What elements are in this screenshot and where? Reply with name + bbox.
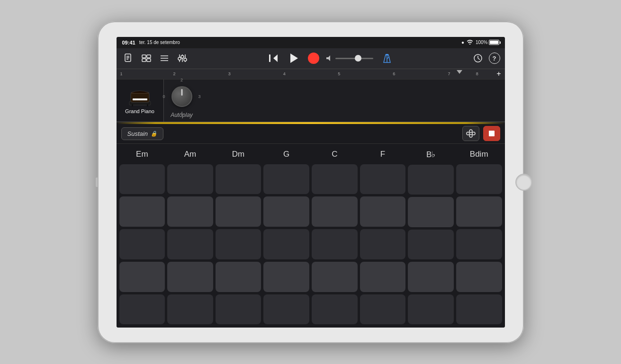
svg-rect-29 [131,93,149,102]
chord-pad-2-2[interactable] [216,229,261,259]
chord-pad-4-1[interactable] [312,196,358,227]
metronome-button[interactable] [380,51,394,65]
chord-pad-5-0[interactable] [360,164,406,195]
chord-pad-1-3[interactable] [167,262,213,292]
chord-pad-2-3[interactable] [216,262,261,292]
mixer-button[interactable] [175,51,189,65]
screen: 09:41 ter. 15 de setembro ● 100% [117,37,505,328]
chord-pad-6-0[interactable] [408,165,454,195]
help-button[interactable]: ? [489,53,500,64]
chord-pad-3-4[interactable] [263,294,309,325]
rewind-button[interactable] [266,51,280,65]
chord-pad-0-3[interactable] [119,262,165,292]
volume-track[interactable] [335,58,373,59]
chord-pad-3-0[interactable] [263,164,309,195]
svg-rect-45 [489,131,495,136]
chord-pad-7-4[interactable] [456,294,502,325]
chord-pad-7-1[interactable] [456,196,502,227]
help-label: ? [493,55,496,62]
toolbar-left [121,51,189,65]
chord-pad-4-0[interactable] [312,164,358,195]
chord-pad-3-1[interactable] [263,196,309,227]
volume-slider[interactable] [326,55,373,62]
chord-name-5: F [360,147,406,162]
svg-rect-7 [147,59,151,62]
record-button[interactable] [308,53,319,64]
knob-label-bottom: 4 [180,111,183,115]
volume-thumb[interactable] [355,55,361,62]
chord-pad-4-3[interactable] [312,262,358,292]
chord-pad-7-0[interactable] [456,164,502,195]
lock-icon: 🔒 [151,131,157,137]
chord-pad-5-2[interactable] [360,229,406,259]
new-song-button[interactable] [121,51,135,65]
chord-pad-1-0[interactable] [167,164,213,195]
chord-pad-0-4[interactable] [119,294,165,325]
autoplay-knob[interactable] [171,86,192,107]
chord-column-5: F [360,147,406,325]
chord-pad-1-1[interactable] [167,196,213,227]
chord-pad-2-1[interactable] [216,196,261,227]
chord-pad-3-3[interactable] [263,262,309,292]
chord-pad-1-2[interactable] [167,229,213,259]
chord-pad-0-1[interactable] [119,196,165,227]
grid-view-button[interactable] [139,51,153,65]
stop-button[interactable] [483,126,500,141]
knob-label-right: 3 [198,94,200,99]
chord-grid: EmAmDmGCFB♭Bdim [117,144,505,328]
svg-marker-19 [290,53,298,63]
chord-pad-0-2[interactable] [119,229,165,259]
chord-column-6: B♭ [408,147,454,325]
track-header[interactable]: Grand Piano [117,80,164,122]
chord-view-button[interactable] [462,126,479,141]
svg-point-14 [178,57,181,60]
controls-right [462,126,500,141]
chord-pad-7-2[interactable] [456,229,502,259]
toolbar-center [193,51,467,65]
status-date: ter. 15 de setembro [139,40,180,45]
chord-pad-6-3[interactable] [408,262,454,292]
list-view-button[interactable] [157,51,171,65]
svg-rect-31 [132,104,133,107]
chord-pad-5-4[interactable] [360,294,406,325]
chord-pad-6-2[interactable] [408,230,454,260]
track-name: Grand Piano [125,108,154,114]
chord-pad-5-1[interactable] [360,196,406,227]
chord-pad-4-2[interactable] [312,229,358,259]
chord-pad-7-3[interactable] [456,262,502,292]
play-button[interactable] [287,51,301,65]
status-icons: ● 100% [461,39,499,45]
sustain-label: Sustain [127,130,148,137]
clock-button[interactable] [471,51,485,65]
chord-pad-2-0[interactable] [216,164,261,195]
add-track-button[interactable]: + [496,70,501,78]
battery-pct: 100% [476,40,488,45]
chord-pad-6-1[interactable] [408,197,454,227]
sustain-button[interactable]: Sustain 🔒 [121,127,163,140]
svg-rect-4 [142,55,146,58]
svg-rect-24 [386,54,388,55]
svg-point-42 [469,130,472,133]
chord-pad-1-4[interactable] [167,294,213,325]
chord-name-7: Bdim [456,147,502,162]
chord-name-3: G [263,147,309,162]
knob-container: 2 3 4 0 [168,82,196,111]
chord-pad-5-3[interactable] [360,262,406,292]
ruler-5: 5 [338,71,340,76]
chord-pad-4-4[interactable] [312,294,358,325]
chord-pad-0-0[interactable] [119,164,165,195]
track-content: 2 3 4 0 Autoplay [164,80,505,122]
chord-pad-3-2[interactable] [263,229,309,259]
toolbar: ? [117,48,505,69]
svg-line-27 [478,58,480,60]
chord-pad-2-4[interactable] [216,294,261,325]
ipad-side-button[interactable] [96,178,98,187]
svg-rect-5 [147,55,151,58]
knob-label-top: 2 [180,78,183,82]
playhead [457,69,462,74]
chord-name-2: Dm [216,147,261,162]
chord-pad-6-4[interactable] [408,294,454,325]
ipad-home-button[interactable] [515,174,532,191]
chord-name-1: Am [167,147,213,162]
svg-rect-18 [269,54,270,62]
